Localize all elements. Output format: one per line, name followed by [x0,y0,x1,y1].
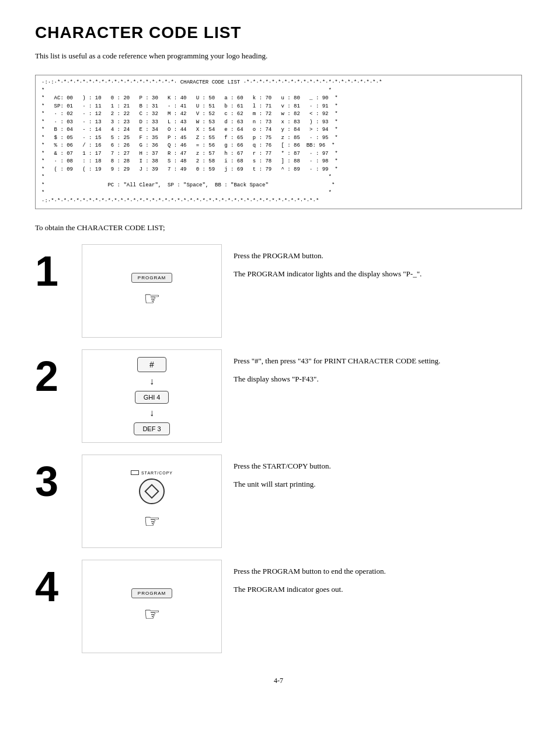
step-1-text: Press the PROGRAM button. The PROGRAM in… [234,244,522,286]
page-footer: 4-7 [35,677,522,685]
steps-container: 1 PROGRAM ☞ Press the PROGRAM button. Th… [35,244,522,653]
step-3-text: Press the START/COPY button. The unit wi… [234,455,522,497]
intro-text: This list is useful as a code reference … [35,51,522,61]
step-4-text: Press the PROGRAM button to end the oper… [234,560,522,602]
step-4-line-2: The PROGRAM indicator goes out. [234,584,522,596]
step-3-row: 3 START/COPY ☞ Press the START/COPY butt… [35,455,522,548]
arrow-down-2: ↓ [149,408,154,418]
hash-button-illus: # [137,357,166,372]
step-3-number: 3 [35,460,70,502]
hand-icon-4: ☞ [144,603,161,625]
step-4-number: 4 [35,566,70,608]
step-1-line-2: The PROGRAM indicator lights and the dis… [234,268,522,280]
step-1-row: 1 PROGRAM ☞ Press the PROGRAM button. Th… [35,244,522,338]
step-2-line-1: Press "#", then press "43" for PRINT CHA… [234,355,522,367]
start-copy-area: START/COPY ☞ [131,470,173,532]
step-2-line-2: The display shows "P-F43". [234,373,522,386]
hand-icon-3: ☞ [144,510,161,532]
page-title: CHARACTER CODE LIST [35,23,522,42]
step-3-line-1: Press the START/COPY button. [234,460,522,473]
step-3-image: START/COPY ☞ [82,455,222,548]
start-copy-button-illus [139,478,165,504]
ghi4-button-illus: GHI 4 [135,391,169,404]
step-4-image: PROGRAM ☞ [82,560,222,653]
start-copy-label: START/COPY [131,470,173,475]
arrow-down-1: ↓ [149,377,154,386]
step-3-line-2: The unit will start printing. [234,478,522,491]
step-2-image: # ↓ GHI 4 ↓ DEF 3 [82,349,222,443]
step-4-row: 4 PROGRAM ☞ Press the PROGRAM button to … [35,560,522,653]
step-1-image: PROGRAM ☞ [82,244,222,338]
start-icon-symbol [131,470,139,475]
step-2-number: 2 [35,355,70,397]
step-2-text: Press "#", then press "43" for PRINT CHA… [234,349,522,391]
diamond-inner [144,484,159,498]
hand-icon-1: ☞ [144,287,161,310]
program-button-illus-4: PROGRAM [131,588,172,598]
code-list-box: ·:·:·*·*·*·*·*·*·*·*·*·*·*·*·*·*·*·*·*·*… [35,75,522,209]
step-1-number: 1 [35,250,70,292]
step-2-row: 2 # ↓ GHI 4 ↓ DEF 3 Press "#", then pres… [35,349,522,443]
obtain-text: To obtain the CHARACTER CODE LIST; [35,223,522,233]
step-1-line-1: Press the PROGRAM button. [234,250,522,262]
program-button-illus-1: PROGRAM [131,273,172,283]
step-4-line-1: Press the PROGRAM button to end the oper… [234,566,522,578]
def3-button-illus: DEF 3 [134,422,169,435]
